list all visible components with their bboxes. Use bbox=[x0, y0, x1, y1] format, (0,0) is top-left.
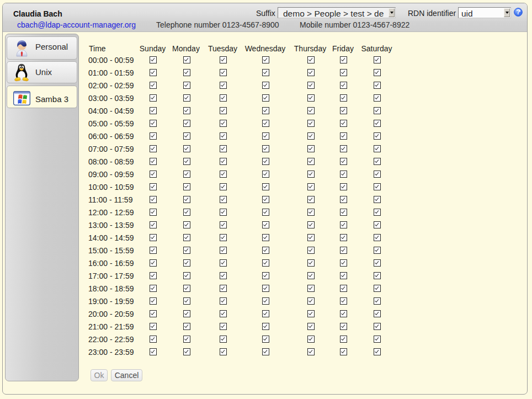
svg-text:?: ? bbox=[516, 8, 520, 16]
